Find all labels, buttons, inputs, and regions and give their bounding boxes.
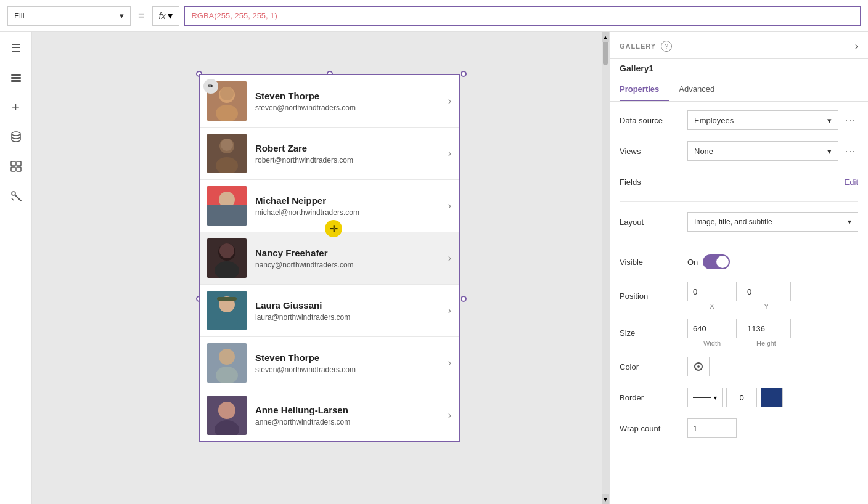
gallery-item[interactable]: Robert Zare robert@northwindtraders.com … [200,128,459,180]
views-dropdown[interactable]: None ▾ [687,141,838,161]
gallery-item-email: anne@northwindtraders.com [255,418,443,426]
fields-edit-link[interactable]: Edit [845,177,858,187]
canvas-area: ✛ ✏ Steven Thorpe steven@northwindtrade [32,32,609,504]
gallery-component: ✏ Steven Thorpe steven@northwindtraders.… [199,74,460,442]
handle-top-right[interactable] [461,71,467,77]
scroll-up-button[interactable]: ▲ [602,32,609,42]
gallery-item-name: Anne Hellung-Larsen [255,405,443,415]
layout-label: Layout [620,217,687,227]
chevron-right-icon: › [448,357,451,368]
toggle-container: On [687,254,730,269]
prop-size: Size Width Height [620,319,858,347]
tools-icon[interactable] [6,186,26,206]
prop-position: Position X Y [620,282,858,310]
svg-point-37 [697,365,700,368]
tab-properties[interactable]: Properties [620,78,669,101]
tab-advanced[interactable]: Advanced [679,78,724,101]
svg-rect-2 [11,80,21,82]
scroll-down-button[interactable]: ▼ [602,494,609,504]
y-label: Y [764,303,768,310]
data-source-dropdown[interactable]: Employees ▾ [687,110,838,130]
avatar [207,186,247,226]
layout-value: Image, title, and subtitle [694,217,772,226]
add-icon[interactable]: + [6,97,26,117]
menu-icon[interactable]: ☰ [6,38,26,58]
right-panel: GALLERY ? › Gallery1 Properties Advanced… [609,32,868,504]
components-icon[interactable] [6,156,26,176]
position-x-input[interactable] [687,282,737,301]
svg-point-18 [221,139,233,151]
gallery-item-email: laura@northwindtraders.com [255,313,443,322]
svg-point-14 [220,87,234,100]
width-label: Width [703,339,721,347]
gallery-name: Gallery1 [610,59,868,78]
svg-point-8 [12,192,15,195]
chevron-down-icon: ▾ [848,217,851,226]
layout-dropdown[interactable]: Image, title, and subtitle ▾ [687,212,858,232]
toggle-knob [716,256,729,268]
chevron-down-icon: ▾ [827,147,832,156]
data-source-more-icon[interactable]: ⋯ [842,113,858,127]
formula-value: RGBA(255, 255, 255, 1) [191,11,277,20]
prop-visible: Visible On [620,251,858,273]
help-icon[interactable]: ? [661,41,672,52]
canvas-scrollbar[interactable] [602,32,609,504]
visible-toggle[interactable] [703,254,730,269]
svg-line-9 [15,195,21,201]
visible-label: Visible [620,258,687,267]
size-height-input[interactable] [742,319,791,338]
data-source-control: Employees ▾ ⋯ [687,110,858,130]
gallery-item-email: steven@northwindtraders.com [255,365,443,374]
panel-title-row: GALLERY ? [620,41,672,52]
handle-middle-right[interactable] [461,296,467,302]
gallery-edit-icon[interactable]: ✏ [203,79,218,94]
prop-wrap-count: Wrap count [620,417,858,439]
divider [620,201,858,202]
gallery-item-email: nancy@northwindtraders.com [255,261,443,269]
size-width-field: Width [687,319,737,347]
svg-point-3 [12,132,20,136]
gallery-item-email: robert@northwindtraders.com [255,156,443,165]
svg-rect-0 [11,74,21,76]
panel-expand-button[interactable]: › [855,41,858,52]
fx-button[interactable]: fx ▾ [152,6,180,26]
wrap-count-label: Wrap count [620,424,687,433]
color-control [687,357,858,376]
gallery-item[interactable]: Steven Thorpe steven@northwindtraders.co… [200,337,459,389]
border-controls-group: ▾ [687,388,783,407]
svg-rect-5 [17,161,21,166]
panel-header: GALLERY ? › [610,32,868,59]
gallery-item-name: Michael Neipper [255,195,443,206]
gallery-item-info: Michael Neipper michael@northwindtraders… [255,195,443,217]
layers-icon[interactable] [6,68,26,87]
gallery-item[interactable]: Anne Hellung-Larsen anne@northwindtrader… [200,389,459,441]
gallery-item-info: Steven Thorpe steven@northwindtraders.co… [255,352,443,374]
border-color-swatch[interactable] [761,388,783,407]
fill-dropdown[interactable]: Fill ▾ [7,6,131,26]
gallery-item-info: Steven Thorpe steven@northwindtraders.co… [255,91,443,112]
gallery-item[interactable]: Nancy Freehafer nancy@northwindtraders.c… [200,232,459,285]
border-style-button[interactable]: ▾ [687,388,723,407]
views-more-icon[interactable]: ⋯ [842,144,858,158]
color-picker-button[interactable] [687,357,710,376]
size-width-input[interactable] [687,319,737,338]
border-width-input[interactable] [726,388,757,407]
database-icon[interactable] [6,127,26,147]
main-content: ☰ + [0,32,868,504]
formula-bar[interactable]: RGBA(255, 255, 255, 1) [184,6,861,26]
data-source-value: Employees [694,116,734,125]
gallery-item-email: steven@northwindtraders.com [255,104,443,112]
svg-rect-7 [17,167,21,171]
wrap-count-input[interactable] [687,418,737,438]
wrap-count-control [687,418,858,438]
prop-color: Color [620,356,858,378]
position-y-input[interactable] [742,282,791,301]
gallery-item-email: michael@northwindtraders.com [255,208,443,217]
gallery-item[interactable]: Laura Giussani laura@northwindtraders.co… [200,285,459,337]
fields-control: Edit [687,177,858,187]
gallery-item[interactable]: Steven Thorpe steven@northwindtraders.co… [200,75,459,128]
size-inputs: Width Height [687,319,858,347]
chevron-right-icon: › [448,148,451,159]
border-label: Border [620,393,687,402]
visible-control: On [687,254,858,269]
